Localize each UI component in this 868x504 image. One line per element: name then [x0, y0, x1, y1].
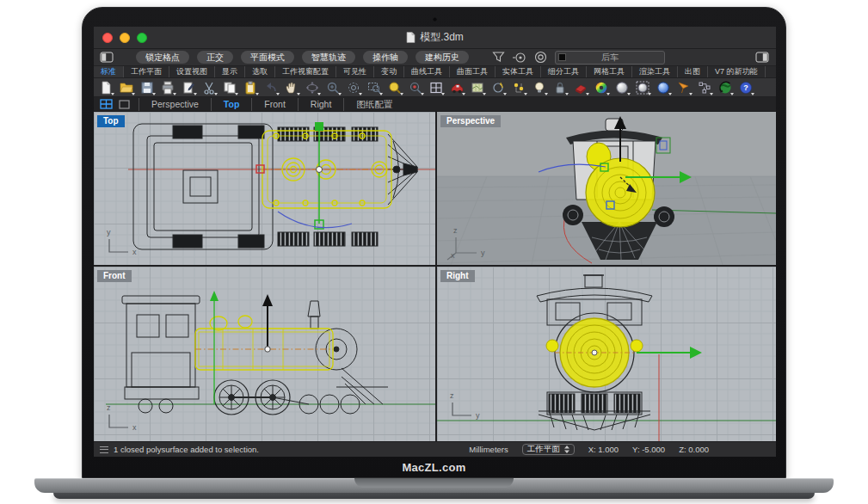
render-icon[interactable]	[614, 80, 630, 95]
selection-filter-field[interactable]	[555, 51, 665, 65]
viewport-label-right[interactable]: Right	[440, 270, 475, 282]
help-icon[interactable]: ?	[738, 80, 754, 95]
gumball-toggle[interactable]: 操作轴	[363, 51, 408, 64]
viewport-tab-right[interactable]: Right	[298, 98, 344, 111]
lock-icon[interactable]	[552, 80, 568, 95]
sidebar-toggle-icon[interactable]	[100, 52, 114, 63]
annotate-edit-icon[interactable]	[181, 80, 196, 95]
tab-transform[interactable]: 变动	[374, 66, 404, 77]
laptop-lid-notch	[354, 478, 514, 488]
point-lights-icon[interactable]	[511, 80, 526, 95]
viewport-tab-top[interactable]: Top	[211, 98, 251, 111]
record-target-icon[interactable]	[534, 51, 547, 64]
close-button[interactable]	[102, 33, 113, 43]
tab-display[interactable]: 显示	[215, 66, 245, 77]
cplane-selector-value: 工作平面	[527, 444, 560, 455]
tab-new-in-v7[interactable]: V7 的新功能	[708, 66, 766, 77]
tab-select[interactable]: 选取	[245, 66, 275, 77]
svg-text:y: y	[107, 228, 111, 237]
zoom-selected-icon[interactable]	[408, 80, 423, 95]
webcam-icon	[433, 17, 437, 22]
zoom-extents-icon[interactable]	[387, 80, 403, 95]
tab-visibility[interactable]: 可见性	[336, 66, 374, 77]
tab-solid-tools[interactable]: 实体工具	[496, 66, 541, 77]
fullscreen-button[interactable]	[137, 33, 147, 43]
copy-icon[interactable]	[222, 80, 237, 95]
svg-text:x: x	[132, 423, 137, 432]
block-tree-icon[interactable]	[697, 80, 712, 95]
zoom-dynamic-icon[interactable]	[346, 80, 361, 95]
top-viewport-canvas[interactable]: y x	[94, 112, 435, 265]
page: 模型.3dm 锁定格点 正交 平面模式 智慧轨迹 操作轴 建构历史	[0, 0, 868, 504]
rotate-cplane-icon[interactable]	[490, 80, 506, 95]
units-label[interactable]: Millimeters	[469, 445, 508, 454]
status-right-cluster: Millimeters 工作平面 X: 1.000 Y: -5.000 Z: 0…	[469, 444, 709, 455]
paste-icon[interactable]	[243, 80, 258, 95]
select-arrows-icon	[564, 446, 569, 453]
viewport-tab-layouts[interactable]: 图纸配置	[343, 98, 404, 111]
earth-anchor-icon[interactable]	[717, 80, 733, 95]
single-viewport-icon[interactable]	[119, 100, 130, 109]
tab-cplanes[interactable]: 工作平面	[124, 66, 169, 77]
viewport-perspective[interactable]: z y x Perspective	[437, 112, 776, 265]
cut-icon[interactable]	[201, 80, 217, 95]
front-viewport-canvas[interactable]: z x	[94, 267, 435, 441]
viewport-top[interactable]: y x Top	[94, 112, 435, 265]
tab-surface-tools[interactable]: 曲面工具	[450, 66, 496, 77]
display-mode-icon[interactable]	[449, 80, 465, 95]
viewport-tab-perspective[interactable]: Perspective	[139, 98, 211, 111]
viewport-front[interactable]: z x Front	[94, 267, 435, 441]
coord-y: Y: -5.000	[632, 445, 665, 454]
perspective-viewport-canvas[interactable]: z y x	[437, 112, 776, 265]
viewport-tab-front[interactable]: Front	[251, 98, 298, 111]
history-toggle[interactable]: 建构历史	[416, 51, 469, 64]
right-viewport-canvas[interactable]: z y	[437, 267, 776, 441]
color-wheel-icon[interactable]	[594, 80, 609, 95]
tab-set-view[interactable]: 设置视图	[169, 66, 215, 77]
osd-toggle-row: 锁定格点 正交 平面模式 智慧轨迹 操作轴 建构历史	[94, 49, 776, 66]
zoom-window-icon[interactable]	[366, 80, 382, 95]
brand-label: MacZL.com	[83, 461, 785, 474]
viewport-label-top[interactable]: Top	[97, 115, 125, 127]
panel-toggle-icon[interactable]	[755, 52, 769, 63]
viewport-label-front[interactable]: Front	[97, 270, 132, 282]
tab-render-tools[interactable]: 渲染工具	[632, 66, 678, 77]
ortho-toggle[interactable]: 正交	[197, 51, 233, 64]
smarttrack-toggle[interactable]: 智慧轨迹	[302, 51, 355, 64]
status-bar: 1 closed polysurface added to selection.…	[94, 441, 776, 457]
tab-drafting[interactable]: 出图	[678, 66, 708, 77]
undo-icon[interactable]	[263, 80, 279, 95]
plan-view-icon[interactable]	[470, 80, 485, 95]
filter-text-input[interactable]	[556, 52, 664, 64]
four-viewports-icon[interactable]	[100, 99, 113, 109]
cursor-target-icon[interactable]	[513, 52, 526, 64]
flag-icon[interactable]	[676, 80, 692, 95]
open-file-icon[interactable]	[119, 80, 134, 95]
grid-snap-toggle[interactable]: 锁定格点	[136, 51, 189, 64]
save-icon[interactable]	[139, 80, 155, 95]
command-history-icon[interactable]	[100, 446, 108, 453]
minimize-button[interactable]	[120, 33, 130, 43]
svg-text:?: ?	[743, 83, 748, 92]
layers-icon[interactable]	[573, 80, 588, 95]
tab-curve-tools[interactable]: 曲线工具	[404, 66, 450, 77]
light-icon[interactable]	[532, 80, 547, 95]
planar-toggle[interactable]: 平面模式	[241, 51, 294, 64]
print-icon[interactable]	[160, 80, 175, 95]
filter-funnel-icon[interactable]	[492, 51, 505, 64]
rotate-view-icon[interactable]	[305, 80, 320, 95]
tab-standard[interactable]: 标准	[94, 66, 124, 77]
viewport-layout-icon[interactable]	[428, 80, 444, 95]
zoom-icon[interactable]	[325, 80, 341, 95]
tab-viewport-layout[interactable]: 工作视窗配置	[275, 66, 336, 77]
window-title: 模型.3dm	[420, 30, 464, 45]
cplane-selector[interactable]: 工作平面	[522, 444, 575, 455]
tab-subd-tools[interactable]: 细分工具	[541, 66, 587, 77]
pan-icon[interactable]	[284, 80, 299, 95]
viewport-right[interactable]: z y Right	[437, 267, 776, 441]
new-file-icon[interactable]	[98, 80, 114, 95]
viewport-label-perspective[interactable]: Perspective	[440, 115, 501, 127]
render-preview-icon[interactable]	[635, 80, 650, 95]
tab-mesh-tools[interactable]: 网格工具	[587, 66, 632, 77]
material-sphere-icon[interactable]	[656, 80, 671, 95]
